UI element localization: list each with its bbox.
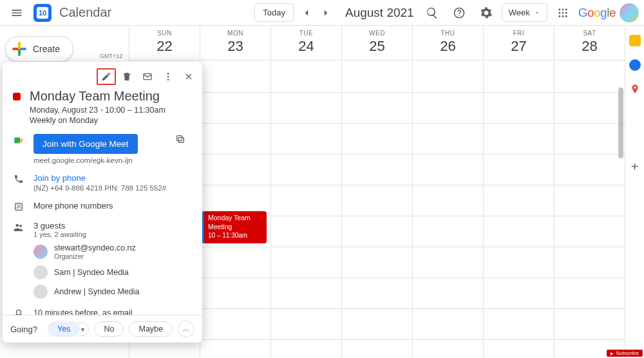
svg-point-0	[558, 8, 560, 10]
timezone-label: GMT+12	[100, 53, 122, 59]
event-time: 10 – 11:30am	[208, 231, 263, 240]
delete-event-button[interactable]	[117, 67, 137, 86]
google-apps-icon[interactable]	[551, 1, 574, 24]
keep-icon[interactable]	[629, 35, 641, 46]
rsvp-no-button[interactable]: No	[94, 321, 124, 337]
day-number: 26	[413, 38, 483, 55]
rsvp-maybe-button[interactable]: Maybe	[129, 321, 173, 337]
phone-icon	[13, 174, 24, 184]
calendar-event[interactable]: Monday Team Meeting 10 – 11:30am	[202, 211, 267, 243]
rsvp-bar: Going? Yes ▾ No Maybe ︿	[3, 315, 202, 343]
day-name: FRI	[484, 30, 554, 37]
today-button[interactable]: Today	[254, 3, 294, 22]
going-label: Going?	[10, 325, 37, 334]
grid-scrollbar[interactable]	[616, 62, 625, 358]
day-name: SAT	[554, 30, 625, 37]
calendar-logo: 10	[33, 4, 52, 22]
join-meet-button[interactable]: Join with Google Meet	[33, 134, 138, 154]
svg-point-9	[634, 86, 636, 88]
day-name: MON	[200, 30, 270, 37]
guest-name: Sam | Syndeo Media	[54, 268, 129, 277]
svg-rect-15	[178, 137, 184, 142]
more-phone-numbers-link[interactable]: More phone numbers	[33, 201, 192, 211]
day-header[interactable]: THU26	[412, 26, 483, 60]
day-number: 27	[484, 38, 554, 55]
app-title: Calendar	[59, 5, 111, 20]
svg-point-19	[19, 225, 22, 227]
more-phone-icon	[13, 202, 24, 212]
month-label: August 2021	[345, 6, 414, 20]
side-addon-panel: +	[625, 26, 644, 358]
svg-point-7	[562, 15, 564, 17]
event-color-dot	[13, 93, 21, 100]
svg-point-4	[562, 12, 564, 14]
email-guests-button[interactable]	[138, 67, 157, 86]
event-title: Monday Team Meeting	[208, 214, 263, 231]
day-header[interactable]: SAT28	[554, 26, 625, 60]
more-options-button[interactable]	[158, 67, 178, 86]
day-header[interactable]: WED25	[341, 26, 412, 60]
popup-event-title: Monday Team Meeting	[30, 89, 166, 104]
guest-avatar	[33, 245, 48, 259]
day-number: 22	[129, 38, 200, 55]
guest-avatar	[33, 285, 48, 299]
day-header[interactable]: TUE24	[270, 26, 341, 60]
svg-point-8	[565, 15, 567, 17]
day-header[interactable]: MON23	[200, 26, 270, 60]
edit-event-button[interactable]	[97, 68, 116, 85]
day-column-sat[interactable]	[554, 62, 625, 358]
guest-count: 3 guests	[33, 221, 192, 231]
search-icon[interactable]	[421, 1, 444, 24]
copy-meet-link-button[interactable]	[175, 134, 185, 144]
view-picker[interactable]: Week	[502, 3, 547, 22]
rsvp-collapse-button[interactable]: ︿	[178, 321, 194, 337]
next-week-button[interactable]	[317, 4, 335, 22]
popup-event-recurrence: Weekly on Monday	[30, 116, 166, 125]
bell-icon	[13, 308, 24, 315]
create-button-label: Create	[33, 44, 60, 54]
guest-avatar	[33, 265, 48, 279]
guest-item[interactable]: Andrew | Syndeo Media	[33, 285, 192, 299]
day-name: SUN	[129, 30, 200, 37]
rsvp-yes-dropdown[interactable]: ▾	[77, 323, 89, 336]
popup-toolbar	[3, 62, 202, 89]
create-button[interactable]: Create	[5, 36, 73, 62]
day-header[interactable]: SUN22	[129, 26, 200, 60]
day-column-tue[interactable]	[270, 62, 341, 358]
prev-week-button[interactable]	[298, 4, 316, 22]
guest-item[interactable]: Sam | Syndeo Media	[33, 265, 192, 279]
day-number: 24	[271, 38, 341, 55]
settings-gear-icon[interactable]	[475, 1, 498, 24]
svg-point-11	[167, 73, 169, 75]
day-name: THU	[413, 30, 483, 37]
subscribe-chip[interactable]: Subscribe	[607, 350, 643, 357]
calendar-logo-day: 10	[37, 7, 48, 19]
plus-icon	[12, 42, 26, 56]
guest-item[interactable]: stewart@syndeo.co.nzOrganizer	[33, 243, 192, 260]
account-avatar[interactable]	[620, 3, 639, 23]
view-picker-label: Week	[509, 8, 530, 17]
main-menu-icon[interactable]	[5, 1, 28, 24]
svg-point-3	[558, 12, 560, 14]
day-name: TUE	[271, 30, 341, 37]
day-column-thu[interactable]	[412, 62, 483, 358]
day-column-mon[interactable]: Monday Team Meeting 10 – 11:30am	[200, 62, 270, 358]
day-column-fri[interactable]	[483, 62, 554, 358]
help-icon[interactable]	[448, 1, 471, 24]
day-number: 25	[342, 38, 412, 55]
add-addon-icon[interactable]: +	[631, 160, 639, 174]
guest-status: 1 yes, 2 awaiting	[33, 231, 192, 238]
close-popup-button[interactable]	[179, 67, 198, 86]
rsvp-yes-button[interactable]: Yes	[48, 321, 80, 337]
tasks-icon[interactable]	[629, 59, 641, 71]
join-by-phone-link[interactable]: Join by phone	[33, 173, 192, 183]
svg-rect-14	[14, 138, 20, 144]
app-header: 10 Calendar Today August 2021 Week Googl…	[0, 0, 644, 26]
maps-icon[interactable]	[629, 84, 641, 95]
day-column-wed[interactable]	[341, 62, 412, 358]
event-details-popup: Monday Team Meeting Monday, August 23 ⋅ …	[3, 62, 202, 343]
week-grid[interactable]: Monday Team Meeting 10 – 11:30am	[129, 62, 625, 358]
day-header[interactable]: FRI27	[483, 26, 554, 60]
svg-point-12	[167, 76, 169, 78]
guest-role: Organizer	[54, 252, 136, 260]
